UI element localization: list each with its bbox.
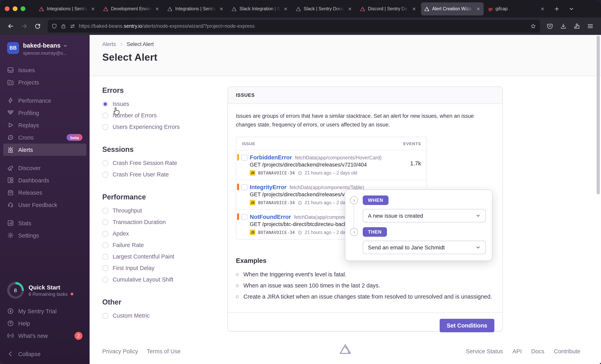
radio-custom-metric[interactable]: Custom Metric xyxy=(102,313,228,319)
tab-alert-creation-wizard[interactable]: Alert Creation Wiza xyxy=(421,2,484,15)
sidebar-item-stats[interactable]: Stats xyxy=(3,217,86,229)
radio-circle[interactable] xyxy=(102,208,108,213)
radio-circle[interactable] xyxy=(102,112,108,118)
tab-close-icon[interactable] xyxy=(476,7,481,11)
tab-slack-integration[interactable]: Slack Integration | S xyxy=(228,2,291,15)
window-close-button[interactable] xyxy=(5,6,10,11)
issue-title-link[interactable]: ForbiddenError xyxy=(250,154,292,161)
radio-circle[interactable] xyxy=(102,253,108,260)
radio-issues[interactable]: Issues xyxy=(102,101,228,107)
radio-apdex[interactable]: Apdex xyxy=(102,230,228,237)
sidebar-item-crons[interactable]: Cronsbeta xyxy=(3,131,86,143)
list-tabs-icon[interactable] xyxy=(569,6,574,11)
extensions-icon[interactable] xyxy=(571,20,583,32)
tab-close-icon[interactable] xyxy=(219,7,224,11)
table-row[interactable]: ForbiddenErrorfetchData(app/components/H… xyxy=(236,150,427,180)
terms-of-use-link[interactable]: Terms of Use xyxy=(147,348,181,354)
radio-largest-contentful-paint[interactable]: Largest Contentful Paint xyxy=(102,253,228,260)
set-conditions-button[interactable]: Set Conditions xyxy=(440,319,494,332)
tab-close-icon[interactable] xyxy=(283,7,288,11)
sidebar-item-discover[interactable]: Discover xyxy=(3,162,86,174)
tab-close-icon[interactable] xyxy=(155,7,159,11)
radio-throughput[interactable]: Throughput xyxy=(102,207,228,214)
row-checkbox[interactable] xyxy=(241,155,247,161)
address-bar[interactable]: https://baked-beans.sentry.io/alerts/nod… xyxy=(48,20,540,32)
radio-first-input-delay[interactable]: First Input Delay xyxy=(102,265,228,271)
site-permissions-icon[interactable] xyxy=(70,23,75,29)
radio-circle[interactable] xyxy=(102,277,108,283)
issue-title-link[interactable]: NotFoundError xyxy=(250,214,291,220)
sidebar-item-alerts[interactable]: Alerts xyxy=(3,143,86,156)
sidebar-item-profiling[interactable]: Profiling xyxy=(3,107,86,119)
org-switcher[interactable]: BB baked-beans spencer.murray@s... xyxy=(0,35,90,56)
sidebar-item-settings[interactable]: Settings xyxy=(3,229,86,242)
sidebar-item-issues[interactable]: Issues xyxy=(3,64,86,76)
sidebar-item-replays[interactable]: Replays xyxy=(3,119,86,131)
tab-gifcap[interactable]: gc gifcap xyxy=(485,2,548,15)
tracking-protection-shield-icon[interactable] xyxy=(51,23,57,29)
tab-development-environment[interactable]: Development Enviro xyxy=(100,2,162,15)
radio-cumulative-layout-shift[interactable]: Cumulative Layout Shift xyxy=(102,276,228,283)
radio-circle[interactable] xyxy=(102,313,108,319)
radio-number-of-errors[interactable]: Number of Errors xyxy=(102,112,228,119)
contribute-link[interactable]: Contribute xyxy=(554,348,580,354)
radio-circle[interactable] xyxy=(102,231,108,236)
radio-circle[interactable] xyxy=(102,219,108,225)
row-checkbox[interactable] xyxy=(241,184,247,190)
radio-circle[interactable] xyxy=(102,160,108,166)
menu-icon[interactable] xyxy=(584,20,596,32)
api-link[interactable]: API xyxy=(512,348,522,354)
sidebar-item-my-sentry-trial[interactable]: My Sentry Trial xyxy=(3,305,86,317)
scrollbar[interactable] xyxy=(597,36,600,194)
quick-start[interactable]: 8 Quick Start 8 Remaining tasks xyxy=(0,282,90,299)
lock-icon[interactable] xyxy=(61,23,66,29)
bookmark-star-icon[interactable] xyxy=(531,23,536,29)
tab-integrations-1[interactable]: Integrations | Sentry xyxy=(36,2,98,15)
tab-slack-docs[interactable]: Slack | Sentry Docu xyxy=(292,2,355,15)
tab-close-icon[interactable] xyxy=(412,7,416,11)
tab-discord-docs[interactable]: Discord | Sentry Do xyxy=(357,2,420,15)
radio-crash-free-user-rate[interactable]: Crash Free User Rate xyxy=(102,171,228,178)
sidebar-item-dashboards[interactable]: Dashboards xyxy=(3,174,86,186)
privacy-policy-link[interactable]: Privacy Policy xyxy=(102,348,138,354)
window-minimize-button[interactable] xyxy=(13,6,18,11)
sidebar-collapse-button[interactable]: Collapse xyxy=(3,348,86,360)
radio-circle[interactable] xyxy=(102,124,108,130)
service-status-link[interactable]: Service Status xyxy=(466,348,503,354)
new-tab-button[interactable] xyxy=(554,6,559,11)
radio-users-experiencing-errors[interactable]: Users Experiencing Errors xyxy=(102,124,228,130)
pocket-icon[interactable] xyxy=(544,20,556,32)
sidebar-item-projects[interactable]: Projects xyxy=(3,76,86,88)
when-select[interactable]: A new issue is created xyxy=(363,209,486,222)
radio-circle[interactable] xyxy=(102,242,108,248)
tab-close-icon[interactable] xyxy=(348,7,352,11)
tab-integrations-2[interactable]: Integrations | Sentry xyxy=(164,2,227,15)
breadcrumb-alerts-link[interactable]: Alerts xyxy=(102,41,116,47)
sidebar-item-performance[interactable]: Performance xyxy=(3,94,86,107)
radio-crash-free-session-rate[interactable]: Crash Free Session Rate xyxy=(102,160,228,166)
sidebar-item-whats-new[interactable]: What's new2 xyxy=(3,330,86,342)
help-question-icon xyxy=(7,320,14,327)
sidebar-item-help[interactable]: Help xyxy=(3,317,86,330)
radio-circle[interactable] xyxy=(102,172,108,177)
back-button[interactable] xyxy=(5,20,17,32)
issue-title-link[interactable]: IntegrityError xyxy=(250,184,286,190)
downloads-icon[interactable] xyxy=(557,20,569,32)
section-heading-performance: Performance xyxy=(102,193,228,202)
window-zoom-button[interactable] xyxy=(21,6,25,11)
then-select[interactable]: Send an email to Jane Schmidt xyxy=(363,241,486,254)
radio-failure-rate[interactable]: Failure Rate xyxy=(102,242,228,248)
radio-transaction-duration[interactable]: Transaction Duration xyxy=(102,219,228,225)
radio-circle[interactable] xyxy=(102,265,108,271)
row-checkbox[interactable] xyxy=(241,214,247,220)
radio-circle[interactable] xyxy=(102,101,108,107)
forward-button[interactable] xyxy=(18,20,30,32)
sidebar-item-releases[interactable]: Releases xyxy=(3,186,86,199)
sidebar-item-user-feedback[interactable]: User Feedback xyxy=(3,199,86,211)
clock-icon xyxy=(298,230,302,234)
refresh-button[interactable] xyxy=(32,20,44,32)
sidebar-item-label: Collapse xyxy=(18,351,41,357)
tab-close-icon[interactable] xyxy=(540,7,545,11)
tab-close-icon[interactable] xyxy=(91,7,95,11)
docs-link[interactable]: Docs xyxy=(531,348,544,354)
